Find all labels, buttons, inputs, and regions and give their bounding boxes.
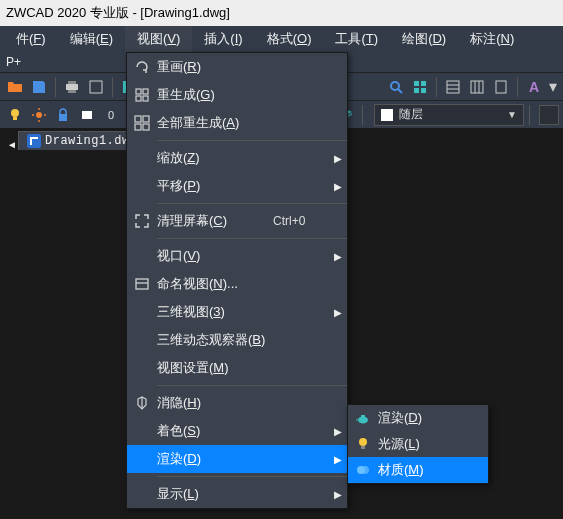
hide-icon [127,395,157,411]
layer-combo[interactable]: 随层 ▼ [374,104,524,126]
menu-format[interactable]: 格式(O) [255,26,324,52]
lightbulb-icon [348,436,378,452]
svg-point-43 [359,438,367,446]
menu-item-clean-screen[interactable]: 清理屏幕(C) Ctrl+0 [127,207,347,235]
regen-icon [127,87,157,103]
menu-insert[interactable]: 插入(I) [192,26,254,52]
lock-icon[interactable] [52,104,74,126]
tab-prev-icon[interactable]: ◄ [6,139,18,150]
text-icon[interactable]: A [523,76,545,98]
redraw-icon [127,59,157,75]
svg-rect-1 [68,81,76,84]
svg-rect-11 [447,81,459,93]
submenu-arrow-icon: ▶ [329,251,347,262]
svg-rect-26 [59,114,67,121]
light-icon[interactable] [4,104,26,126]
toolbar-separator [112,77,113,97]
teapot-icon [348,410,378,426]
toolbar-separator [436,77,437,97]
menu-item-zoom[interactable]: 缩放(Z)▶ [127,144,347,172]
menu-draw[interactable]: 绘图(D) [390,26,458,52]
secrow-label: P+ [6,55,21,69]
title-text: ZWCAD 2020 专业版 - [Drawing1.dwg] [6,4,230,22]
svg-rect-38 [136,279,148,289]
svg-rect-8 [421,81,426,86]
svg-point-21 [36,112,42,118]
sun-icon[interactable] [28,104,50,126]
svg-rect-2 [68,90,76,93]
table2-icon[interactable] [466,76,488,98]
svg-rect-32 [136,96,141,101]
svg-point-19 [11,109,19,117]
menu-edit[interactable]: 编辑(E) [58,26,125,52]
layer-rect-icon[interactable] [76,104,98,126]
shortcut-label: Ctrl+0 [273,214,329,228]
layer0-icon[interactable]: 0 [100,104,122,126]
svg-rect-0 [66,84,78,90]
dropdown-chevron-icon[interactable]: ▾ [547,76,559,98]
table-icon[interactable] [442,76,464,98]
find-icon[interactable] [385,76,407,98]
menu-item-viewports[interactable]: 视口(V)▶ [127,242,347,270]
menu-item-regen-all[interactable]: 全部重生成(A) [127,109,347,137]
svg-point-46 [361,466,369,474]
svg-rect-14 [471,81,483,93]
layer-combo-label: 随层 [399,106,423,123]
menu-dimension[interactable]: 标注(N) [458,26,526,52]
menu-item-regen[interactable]: 重生成(G) [127,81,347,109]
menu-tools[interactable]: 工具(T) [323,26,390,52]
menu-item-pan[interactable]: 平移(P)▶ [127,172,347,200]
submenu-item-light[interactable]: 光源(L) [348,431,488,457]
print-preview-icon[interactable] [85,76,107,98]
submenu-arrow-icon: ▶ [329,454,347,465]
material-icon [348,462,378,478]
svg-rect-20 [13,117,17,120]
svg-rect-36 [135,124,141,130]
menu-item-3d-views[interactable]: 三维视图(3)▶ [127,298,347,326]
svg-rect-33 [143,96,148,101]
menu-item-named-views[interactable]: 命名视图(N)... [127,270,347,298]
svg-rect-10 [421,88,426,93]
menu-item-redraw[interactable]: 重画(R) [127,53,347,81]
submenu-arrow-icon: ▶ [329,181,347,192]
svg-rect-35 [143,116,149,122]
svg-rect-9 [414,88,419,93]
named-views-icon [127,276,157,292]
toolbar-separator [529,105,530,125]
menu-item-display[interactable]: 显示(L)▶ [127,480,347,508]
svg-line-6 [398,89,402,93]
layer-extra-button[interactable] [539,105,559,125]
save-icon[interactable] [28,76,50,98]
menu-separator [157,140,347,141]
menu-file[interactable]: 件(F) [4,26,58,52]
svg-rect-17 [496,81,506,93]
swatch-icon [381,109,393,121]
svg-rect-30 [136,89,141,94]
sheet-icon[interactable] [490,76,512,98]
menu-item-view-settings[interactable]: 视图设置(M) [127,354,347,382]
menu-view[interactable]: 视图(V) [125,26,192,52]
view-menu-dropdown: 重画(R) 重生成(G) 全部重生成(A) 缩放(Z)▶ 平移(P)▶ 清理屏幕… [126,52,348,509]
svg-rect-27 [82,111,92,119]
open-icon[interactable] [4,76,26,98]
render-submenu: 渲染(D) 光源(L) 材质(M) [347,404,489,484]
svg-rect-3 [90,81,102,93]
fullscreen-icon [127,213,157,229]
svg-text:A: A [529,79,539,95]
toolbar-separator [55,77,56,97]
svg-rect-42 [361,415,365,417]
menu-item-3d-orbit[interactable]: 三维动态观察器(B) [127,326,347,354]
menu-separator [157,203,347,204]
submenu-item-material[interactable]: 材质(M) [348,457,488,483]
submenu-arrow-icon: ▶ [329,489,347,500]
grid-icon[interactable] [409,76,431,98]
menu-item-shade[interactable]: 着色(S)▶ [127,417,347,445]
menu-bar: 件(F) 编辑(E) 视图(V) 插入(I) 格式(O) 工具(T) 绘图(D)… [0,26,563,52]
print-icon[interactable] [61,76,83,98]
submenu-arrow-icon: ▶ [329,426,347,437]
menu-separator [157,385,347,386]
submenu-item-render[interactable]: 渲染(D) [348,405,488,431]
menu-item-hide[interactable]: 消隐(H) [127,389,347,417]
menu-separator [157,476,347,477]
menu-item-render[interactable]: 渲染(D)▶ [127,445,347,473]
